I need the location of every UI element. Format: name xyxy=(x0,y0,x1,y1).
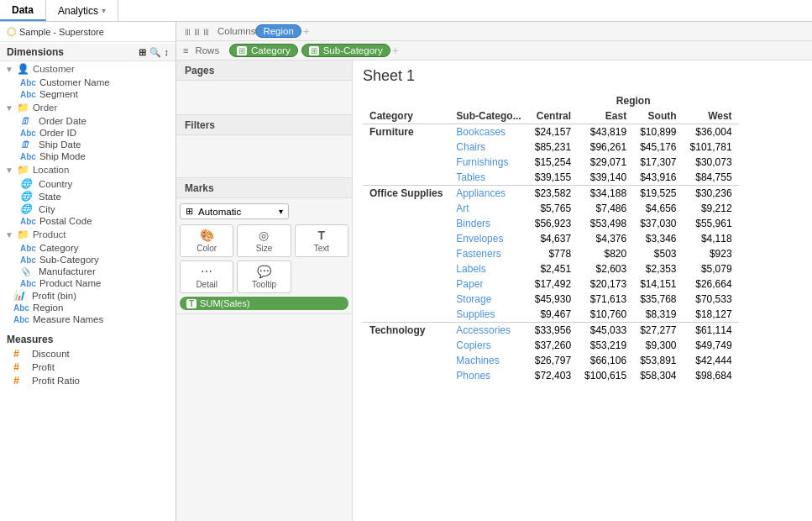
dimensions-header: Dimensions ⊞ 🔍 ↕ xyxy=(0,44,175,61)
product-group-icon: 📁 xyxy=(17,229,29,240)
sub-category-cell[interactable]: Tables xyxy=(449,170,527,186)
item-profit-ratio[interactable]: # Profit Ratio xyxy=(0,374,175,387)
region-super-header: Region xyxy=(528,93,739,108)
sub-category-cell[interactable]: Accessories xyxy=(449,323,527,339)
group-customer-header[interactable]: ▼ 👤 Customer xyxy=(0,61,175,76)
sub-category-cell[interactable]: Phones xyxy=(449,368,527,383)
data-source[interactable]: ⬡ Sample - Superstore xyxy=(0,22,175,42)
item-sub-category[interactable]: Abc Sub-Category xyxy=(0,254,175,266)
dimensions-label: Dimensions xyxy=(7,46,64,58)
central-value-cell: $778 xyxy=(528,246,578,261)
sub-category-cell[interactable]: Supplies xyxy=(449,307,527,323)
group-product-header[interactable]: ▼ 📁 Product xyxy=(0,227,175,242)
item-order-id[interactable]: Abc Order ID xyxy=(0,127,175,139)
sub-category-cell[interactable]: Paper xyxy=(449,276,527,292)
item-segment[interactable]: Abc Segment xyxy=(0,88,175,100)
sub-category-cell[interactable]: Bookcases xyxy=(449,124,527,140)
item-product-name[interactable]: Abc Product Name xyxy=(0,277,175,289)
central-value-cell: $23,582 xyxy=(528,186,578,202)
source-name: Sample - Superstore xyxy=(19,27,104,37)
order-id-label: Order ID xyxy=(39,128,76,138)
group-location: ▼ 📁 Location 🌐 Country 🌐 State 🌐 City xyxy=(0,162,175,227)
marks-type-dropdown[interactable]: ⊞ Automatic ▾ xyxy=(180,203,289,219)
item-ship-date[interactable]: 🗓 Ship Date xyxy=(0,139,175,150)
item-order-date[interactable]: 🗓 Order Date xyxy=(0,115,175,127)
group-product: ▼ 📁 Product Abc Category Abc Sub-Categor… xyxy=(0,227,175,289)
item-discount[interactable]: # Discount xyxy=(0,347,175,360)
sub-category-cell[interactable]: Binders xyxy=(449,216,527,231)
mark-size-btn[interactable]: ◎ Size xyxy=(237,224,291,257)
mark-detail-btn[interactable]: ⋯ Detail xyxy=(180,260,233,293)
item-category[interactable]: Abc Category xyxy=(0,242,175,254)
tab-data[interactable]: Data xyxy=(0,0,46,21)
sum-pill-type-icon: T xyxy=(186,299,196,308)
marks-content: ⊞ Automatic ▾ 🎨 Color ◎ Size xyxy=(176,203,352,310)
south-value-cell: $45,176 xyxy=(633,139,683,155)
sub-category-cell[interactable]: Storage xyxy=(449,292,527,307)
sub-category-cell[interactable]: Copiers xyxy=(449,338,527,353)
main-layout: ⬡ Sample - Superstore Dimensions ⊞ 🔍 ↕ ▼… xyxy=(0,22,812,521)
columns-pill-region[interactable]: Region xyxy=(255,24,301,38)
item-profit[interactable]: # Profit xyxy=(0,360,175,374)
columns-pill-region-label: Region xyxy=(263,26,293,36)
item-ship-mode[interactable]: Abc Ship Mode xyxy=(0,150,175,162)
order-arrow-icon: ▼ xyxy=(5,103,13,113)
east-value-cell: $10,760 xyxy=(578,307,633,323)
sub-category-cell[interactable]: Labels xyxy=(449,261,527,276)
col-sub-category-header: Sub-Catego... xyxy=(449,108,527,124)
sub-category-cell[interactable]: Appliances xyxy=(449,186,527,202)
customer-group-icon: 👤 xyxy=(17,63,29,75)
central-value-cell: $56,923 xyxy=(528,216,578,231)
rows-pill-category[interactable]: ⊞ Category xyxy=(229,44,298,57)
columns-add-icon[interactable]: + xyxy=(303,24,310,38)
sub-category-cell[interactable]: Furnishings xyxy=(449,155,527,170)
item-region[interactable]: Abc Region xyxy=(0,302,175,313)
mark-tooltip-btn[interactable]: 💬 Tooltip xyxy=(237,260,291,293)
region-super-header-spacer xyxy=(363,93,528,108)
item-manufacturer[interactable]: 📎 Manufacturer xyxy=(0,266,175,277)
sub-category-cell[interactable]: Fasteners xyxy=(449,246,527,261)
search-icon[interactable]: 🔍 xyxy=(149,47,161,58)
data-table: Region Category Sub-Catego... Central Ea… xyxy=(363,93,739,383)
item-country[interactable]: 🌐 Country xyxy=(0,177,175,190)
group-order: ▼ 📁 Order 🗓 Order Date Abc Order ID 🗓 Sh… xyxy=(0,100,175,162)
text-mark-label: Text xyxy=(314,244,329,253)
west-value-cell: $26,664 xyxy=(684,276,739,292)
marks-title: Marks xyxy=(176,178,352,198)
mark-color-btn[interactable]: 🎨 Color xyxy=(180,224,233,257)
sub-category-cell[interactable]: Envelopes xyxy=(449,231,527,246)
south-value-cell: $503 xyxy=(633,246,683,261)
marks-buttons: 🎨 Color ◎ Size T Text xyxy=(180,224,348,293)
sub-category-cell[interactable]: Art xyxy=(449,201,527,216)
left-panel: Pages Filters Marks ⊞ Automatic ▾ xyxy=(176,61,353,521)
item-customer-name[interactable]: Abc Customer Name xyxy=(0,76,175,88)
rows-add-icon[interactable]: + xyxy=(392,44,399,57)
grid-icon[interactable]: ⊞ xyxy=(139,47,146,58)
col-header-row: Category Sub-Catego... Central East Sout… xyxy=(363,108,739,124)
rows-label: ≡ Rows xyxy=(183,45,229,55)
west-value-cell: $84,755 xyxy=(684,170,739,186)
west-value-cell: $5,079 xyxy=(684,261,739,276)
item-state[interactable]: 🌐 State xyxy=(0,190,175,203)
columns-shelf: ⫼⫼⫼ Columns Region + xyxy=(176,22,812,41)
sort-icon[interactable]: ↕ xyxy=(165,47,170,58)
rows-pill-sub-category[interactable]: ⊞ Sub-Category xyxy=(301,44,390,57)
sum-sales-pill[interactable]: T SUM(Sales) xyxy=(180,297,348,310)
item-profit-bin[interactable]: 📊 Profit (bin) xyxy=(0,289,175,302)
group-order-header[interactable]: ▼ 📁 Order xyxy=(0,100,175,115)
west-value-cell: $61,114 xyxy=(684,323,739,339)
item-measure-names[interactable]: Abc Measure Names xyxy=(0,313,175,325)
sub-category-cell[interactable]: Chairs xyxy=(449,139,527,155)
sub-category-cell[interactable]: Machines xyxy=(449,353,527,368)
south-value-cell: $43,916 xyxy=(633,170,683,186)
east-value-cell: $4,376 xyxy=(578,231,633,246)
type-icon-product-name: Abc xyxy=(20,279,36,288)
group-location-header[interactable]: ▼ 📁 Location xyxy=(0,162,175,177)
tab-analytics[interactable]: Analytics ▾ xyxy=(46,0,118,21)
item-city[interactable]: 🌐 City xyxy=(0,203,175,215)
mark-text-btn[interactable]: T Text xyxy=(295,224,348,257)
item-postal-code[interactable]: Abc Postal Code xyxy=(0,215,175,227)
canvas-area: Pages Filters Marks ⊞ Automatic ▾ xyxy=(176,61,812,521)
type-icon-postal: Abc xyxy=(20,217,36,226)
west-value-cell: $98,684 xyxy=(684,368,739,383)
